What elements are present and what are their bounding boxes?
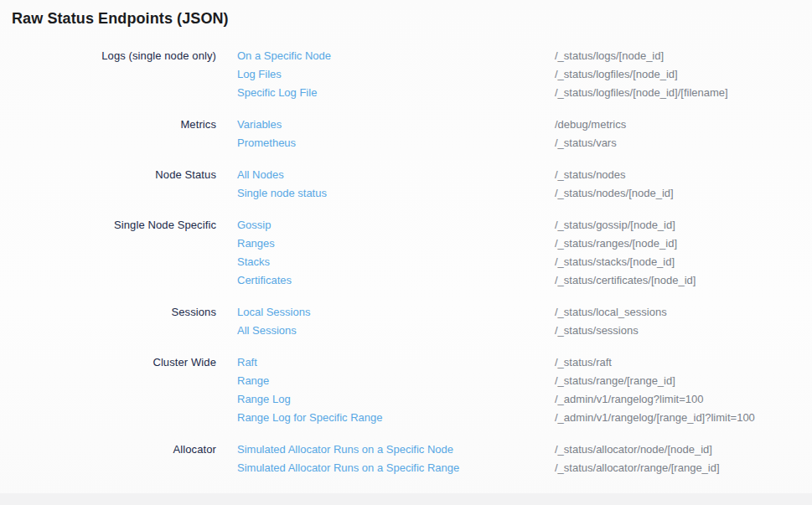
endpoint-link[interactable]: Gossip [237,219,271,231]
endpoint-link[interactable]: Simulated Allocator Runs on a Specific N… [237,443,453,456]
endpoint-row: MetricsVariables/debug/metrics [0,115,812,133]
endpoint-path: /_status/logfiles/[node_id] [555,68,812,80]
category-label: Metrics [0,118,216,131]
endpoint-link[interactable]: Specific Log File [237,86,317,99]
endpoint-path: /_status/allocator/node/[node_id] [555,443,812,456]
endpoint-link-cell: Range [237,374,534,387]
endpoint-row: Logs (single node only)On a Specific Nod… [0,46,812,64]
endpoint-link-cell: Log Files [237,68,534,80]
endpoint-path: /_status/gossip/[node_id] [555,219,812,231]
endpoint-link[interactable]: Stacks [237,255,270,268]
endpoint-path: /_admin/v1/rangelog?limit=100 [555,393,812,405]
endpoint-path: /_status/allocator/range/[range_id] [555,461,812,474]
endpoint-link[interactable]: Ranges [237,237,275,250]
endpoint-link[interactable]: Variables [237,118,282,131]
endpoint-row: Log Files/_status/logfiles/[node_id] [0,64,812,83]
endpoint-row: Single Node SpecificGossip/_status/gossi… [0,215,812,234]
endpoint-path: /debug/metrics [555,118,812,131]
endpoint-group: Node StatusAll Nodes/_status/nodesSingle… [0,165,812,202]
endpoint-link[interactable]: Range Log for Specific Range [237,411,382,424]
endpoint-link-cell: Raft [237,356,534,368]
category-label: Logs (single node only) [0,49,216,62]
endpoint-link[interactable]: Raft [237,356,257,368]
category-label: Allocator [0,443,216,456]
endpoint-row: All Sessions/_status/sessions [0,321,812,339]
endpoint-path: /_status/raft [555,356,812,368]
endpoint-link-cell: Gossip [237,219,534,231]
endpoint-row: Certificates/_status/certificates/[node_… [0,271,812,289]
endpoint-path: /_admin/v1/rangelog/[range_id]?limit=100 [555,411,812,424]
endpoint-group: Cluster WideRaft/_status/raftRange/_stat… [0,353,812,426]
endpoint-path: /_status/vars [555,137,812,149]
endpoint-link-cell: All Nodes [237,168,534,181]
endpoint-link-cell: Simulated Allocator Runs on a Specific N… [237,443,534,456]
endpoint-row: Range Log for Specific Range/_admin/v1/r… [0,408,812,426]
endpoint-link[interactable]: Local Sessions [237,306,310,318]
endpoint-link-cell: Simulated Allocator Runs on a Specific R… [237,461,534,474]
endpoint-row: Range Log/_admin/v1/rangelog?limit=100 [0,389,812,408]
endpoint-link-cell: Range Log for Specific Range [237,411,534,424]
category-label: Cluster Wide [0,356,216,368]
endpoint-link-cell: Ranges [237,237,534,250]
endpoint-link[interactable]: Prometheus [237,137,296,149]
endpoint-link-cell: Specific Log File [237,86,534,99]
endpoint-path: /_status/logs/[node_id] [555,49,812,62]
endpoint-link-cell: Local Sessions [237,306,534,318]
endpoint-link-cell: Certificates [237,274,534,286]
bottom-strip [0,493,812,505]
endpoint-row: AllocatorSimulated Allocator Runs on a S… [0,440,812,458]
endpoint-row: Single node status/_status/nodes/[node_i… [0,183,812,202]
endpoint-group: Logs (single node only)On a Specific Nod… [0,46,812,101]
endpoint-link[interactable]: Certificates [237,274,292,286]
endpoint-link-cell: Stacks [237,255,534,268]
endpoint-link-cell: Range Log [237,393,534,405]
endpoint-group: Single Node SpecificGossip/_status/gossi… [0,215,812,289]
category-label: Single Node Specific [0,219,216,231]
endpoint-link-cell: Single node status [237,187,534,199]
endpoint-link-cell: All Sessions [237,324,534,337]
raw-status-endpoints-page: Raw Status Endpoints (JSON) Logs (single… [0,0,812,505]
endpoint-row: Stacks/_status/stacks/[node_id] [0,252,812,271]
endpoint-row: SessionsLocal Sessions/_status/local_ses… [0,302,812,321]
category-label: Sessions [0,306,216,318]
endpoint-row: Range/_status/range/[range_id] [0,371,812,389]
endpoint-link[interactable]: All Sessions [237,324,297,337]
endpoint-link[interactable]: All Nodes [237,168,284,181]
endpoint-group: MetricsVariables/debug/metricsPrometheus… [0,115,812,152]
endpoint-path: /_status/ranges/[node_id] [555,237,812,250]
page-title: Raw Status Endpoints (JSON) [12,10,229,28]
endpoint-path: /_status/logfiles/[node_id]/[filename] [555,86,812,99]
endpoint-path: /_status/nodes/[node_id] [555,187,812,199]
endpoint-link-cell: Prometheus [237,137,534,149]
endpoints-table: Logs (single node only)On a Specific Nod… [0,46,812,490]
endpoint-link[interactable]: Range Log [237,393,291,405]
endpoint-group: SessionsLocal Sessions/_status/local_ses… [0,302,812,339]
endpoint-link[interactable]: Log Files [237,68,282,80]
endpoint-link[interactable]: On a Specific Node [237,49,331,62]
category-label: Node Status [0,168,216,181]
endpoint-row: Simulated Allocator Runs on a Specific R… [0,458,812,477]
endpoint-row: Node StatusAll Nodes/_status/nodes [0,165,812,183]
endpoint-path: /_status/nodes [555,168,812,181]
endpoint-link-cell: Variables [237,118,534,131]
endpoint-row: Prometheus/_status/vars [0,133,812,152]
endpoint-path: /_status/certificates/[node_id] [555,274,812,286]
endpoint-row: Cluster WideRaft/_status/raft [0,353,812,371]
endpoint-row: Ranges/_status/ranges/[node_id] [0,234,812,252]
endpoint-path: /_status/range/[range_id] [555,374,812,387]
endpoint-link-cell: On a Specific Node [237,49,534,62]
endpoint-group: AllocatorSimulated Allocator Runs on a S… [0,440,812,477]
endpoint-row: Specific Log File/_status/logfiles/[node… [0,83,812,101]
endpoint-link[interactable]: Simulated Allocator Runs on a Specific R… [237,461,459,474]
endpoint-path: /_status/local_sessions [555,306,812,318]
endpoint-path: /_status/stacks/[node_id] [555,255,812,268]
endpoint-link[interactable]: Range [237,374,269,387]
endpoint-link[interactable]: Single node status [237,187,327,199]
endpoint-path: /_status/sessions [555,324,812,337]
